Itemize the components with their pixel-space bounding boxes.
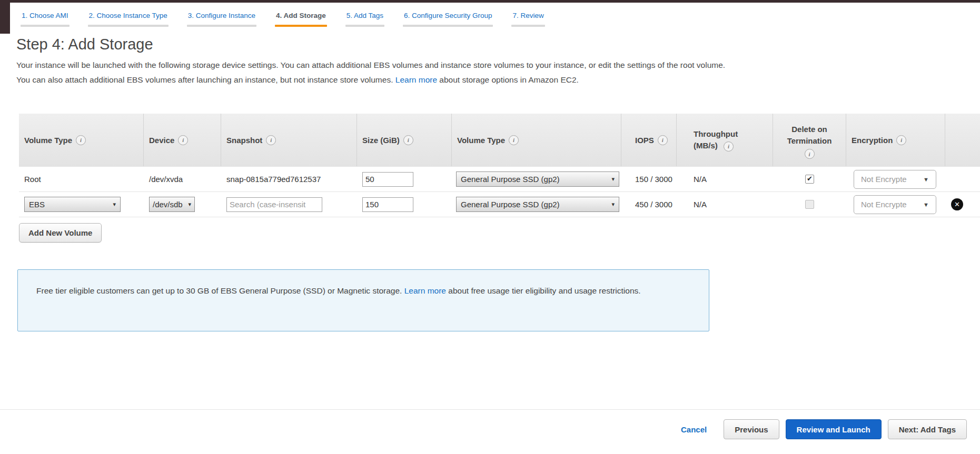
info-icon[interactable]: i [76, 135, 86, 145]
checkmark-icon: ✔ [807, 175, 813, 182]
size-cell [357, 192, 452, 217]
info-icon[interactable]: i [658, 135, 668, 145]
window-chrome-top-bar [0, 0, 980, 3]
column-header-device: Device i [144, 114, 221, 166]
next-add-tags-button[interactable]: Next: Add Tags [888, 419, 967, 439]
notice-text: about free usage tier eligibility and us… [448, 286, 640, 295]
description-text: Your instance will be launched with the … [16, 60, 725, 84]
free-tier-notice: Free tier eligible customers can get up … [17, 269, 709, 331]
volume-type-select[interactable]: General Purpose SSD (gp2) ▾ [456, 197, 619, 212]
snapshot-search-input[interactable] [226, 197, 322, 212]
info-icon[interactable]: i [896, 135, 906, 145]
delete-on-termination-cell: ✔ [773, 192, 846, 217]
footer-divider [0, 409, 980, 410]
volume-type-cell: Root [19, 167, 144, 191]
encryption-cell: Not Encrypte ▼ [846, 192, 945, 217]
tab-choose-instance-type[interactable]: 2. Choose Instance Type [88, 12, 169, 27]
info-icon[interactable]: i [509, 135, 519, 145]
encryption-select[interactable]: Not Encrypte ▼ [854, 170, 936, 189]
delete-on-termination-checkbox[interactable]: ✔ [805, 200, 814, 209]
device-cell: /dev/sdb ▾ [144, 192, 221, 217]
column-header-iops: IOPS i [621, 114, 677, 166]
column-header-volume-type: Volume Type i [452, 114, 621, 166]
tab-configure-security-group[interactable]: 6. Configure Security Group [403, 12, 493, 27]
snapshot-cell: snap-0815a779ed7612537 [221, 167, 357, 191]
volume-type-select[interactable]: General Purpose SSD (gp2) ▾ [456, 171, 619, 187]
tab-label: 2. Choose Instance Type [88, 12, 169, 19]
caret-down-icon: ▼ [923, 176, 929, 183]
tab-underline-active [275, 25, 327, 27]
window-chrome-left-strip [0, 0, 10, 34]
caret-down-icon: ▾ [611, 176, 615, 183]
volume-type-cell: EBS ▾ [19, 192, 144, 217]
column-header-delete-on-termination: Delete on Termination i [773, 114, 846, 166]
tab-add-storage[interactable]: 4. Add Storage [275, 12, 327, 27]
tab-underline [403, 25, 493, 27]
throughput-cell: N/A [677, 167, 773, 191]
device-cell: /dev/xvda [144, 167, 221, 191]
caret-down-icon: ▼ [923, 201, 929, 208]
size-input[interactable] [362, 197, 413, 212]
throughput-cell: N/A [677, 192, 773, 217]
page-title: Step 4: Add Storage [16, 36, 153, 53]
column-header-encryption: Encryption i [846, 114, 945, 166]
volume-kind-select[interactable]: EBS ▾ [24, 197, 121, 212]
caret-down-icon: ▾ [188, 201, 191, 208]
tab-underline [21, 25, 70, 27]
tab-label: 3. Configure Instance [187, 12, 256, 19]
info-icon[interactable]: i [403, 135, 413, 145]
caret-down-icon: ▾ [113, 201, 116, 208]
storage-row-root: Root /dev/xvda snap-0815a779ed7612537 Ge… [19, 166, 980, 191]
tab-label: 1. Choose AMI [21, 12, 70, 19]
iops-cell: 450 / 3000 [621, 192, 677, 217]
page-description: Your instance will be launched with the … [16, 58, 727, 87]
remove-volume-button[interactable]: ✕ [951, 198, 963, 210]
cancel-link[interactable]: Cancel [681, 425, 707, 434]
size-cell [357, 167, 452, 191]
snapshot-cell [221, 192, 357, 217]
tab-underline [345, 25, 384, 27]
learn-more-storage-link[interactable]: Learn more [395, 75, 437, 84]
storage-volumes-table: Volume Type i Device i Snapshot i Size (… [19, 114, 980, 217]
info-icon[interactable]: i [178, 135, 188, 145]
table-header-row: Volume Type i Device i Snapshot i Size (… [19, 114, 980, 166]
volume-type-select-cell: General Purpose SSD (gp2) ▾ [452, 167, 621, 191]
column-header-throughput: Throughput (MB/s) i [677, 114, 773, 166]
row-actions-cell: ✕ [945, 192, 980, 217]
row-actions-cell [945, 167, 980, 191]
device-select[interactable]: /dev/sdb ▾ [149, 197, 195, 212]
tab-review[interactable]: 7. Review [511, 12, 545, 27]
tab-label: 5. Add Tags [345, 12, 384, 19]
tab-underline [511, 25, 545, 27]
description-text: about storage options in Amazon EC2. [439, 75, 579, 84]
notice-text: Free tier eligible customers can get up … [36, 286, 402, 295]
column-header-volume-type-left: Volume Type i [19, 114, 144, 166]
column-header-spacer [945, 114, 980, 166]
info-icon[interactable]: i [805, 149, 815, 159]
caret-down-icon: ▾ [611, 201, 615, 208]
tab-choose-ami[interactable]: 1. Choose AMI [21, 12, 70, 27]
tab-underline [187, 25, 256, 27]
volume-type-select-cell: General Purpose SSD (gp2) ▾ [452, 192, 621, 217]
tab-add-tags[interactable]: 5. Add Tags [345, 12, 384, 27]
storage-row-ebs: EBS ▾ /dev/sdb ▾ General Purpose SSD (gp… [19, 191, 980, 217]
info-icon[interactable]: i [266, 135, 276, 145]
column-header-size: Size (GiB) i [357, 114, 452, 166]
add-new-volume-button[interactable]: Add New Volume [19, 223, 102, 243]
delete-on-termination-cell: ✔ [773, 167, 846, 191]
review-and-launch-button[interactable]: Review and Launch [786, 419, 882, 439]
wizard-footer-actions: Cancel Previous Review and Launch Next: … [681, 419, 967, 439]
wizard-step-tabs: 1. Choose AMI 2. Choose Instance Type 3.… [21, 12, 563, 27]
learn-more-free-tier-link[interactable]: Learn more [404, 286, 446, 295]
column-header-snapshot: Snapshot i [221, 114, 357, 166]
iops-cell: 150 / 3000 [621, 167, 677, 191]
info-icon[interactable]: i [724, 142, 734, 152]
encryption-select[interactable]: Not Encrypte ▼ [854, 195, 936, 214]
tab-label: 4. Add Storage [275, 12, 327, 19]
previous-button[interactable]: Previous [724, 419, 779, 439]
tab-label: 6. Configure Security Group [403, 12, 493, 19]
delete-on-termination-checkbox[interactable]: ✔ [805, 175, 814, 184]
tab-label: 7. Review [511, 12, 545, 19]
size-input[interactable] [362, 172, 413, 187]
tab-configure-instance[interactable]: 3. Configure Instance [187, 12, 256, 27]
